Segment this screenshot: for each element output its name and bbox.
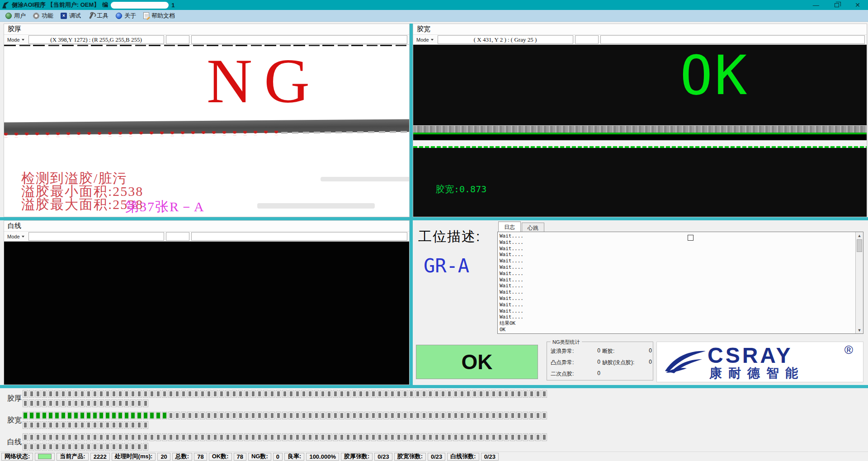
frame-slot bbox=[478, 433, 484, 441]
frame-slot bbox=[67, 399, 72, 407]
frame-slot bbox=[409, 390, 414, 398]
frame-slot bbox=[421, 390, 427, 398]
toolbar-field-wide[interactable] bbox=[191, 232, 407, 241]
frame-slot bbox=[409, 433, 414, 441]
frame-slot bbox=[491, 412, 496, 419]
frame-slot bbox=[156, 433, 161, 441]
frame-slot bbox=[390, 390, 395, 398]
menu-item-功能[interactable]: 功能 bbox=[30, 10, 58, 21]
scroll-down-icon[interactable]: ▼ bbox=[858, 327, 862, 333]
frame-slot bbox=[244, 433, 250, 441]
frame-slot bbox=[168, 433, 174, 441]
frame-slot bbox=[238, 412, 243, 419]
ng-stat-row: 凸点异常:0 bbox=[551, 359, 600, 366]
frame-slot bbox=[510, 412, 515, 419]
frame-slot bbox=[124, 421, 129, 429]
frame-slot-green bbox=[92, 412, 98, 419]
frame-slot bbox=[516, 433, 522, 441]
frame-slot bbox=[29, 433, 34, 441]
menu-item-用户[interactable]: 用户 bbox=[3, 10, 30, 21]
frame-slot bbox=[149, 390, 155, 398]
mode-dropdown[interactable]: Mode bbox=[5, 232, 27, 241]
frame-slot bbox=[137, 443, 142, 451]
frame-slot bbox=[269, 433, 275, 441]
frame-slot bbox=[447, 390, 452, 398]
frame-slot bbox=[371, 433, 376, 441]
frame-slot bbox=[181, 390, 186, 398]
log-scrollbar[interactable]: ▲ ▼ bbox=[855, 232, 863, 333]
minimize-icon[interactable]: — bbox=[806, 0, 826, 10]
frame-slot bbox=[92, 433, 98, 441]
status-label: 当前产品: bbox=[57, 453, 88, 461]
frame-slot bbox=[67, 421, 72, 429]
frame-slot bbox=[219, 433, 224, 441]
frame-slot bbox=[137, 399, 142, 407]
panel-divider bbox=[0, 217, 868, 220]
frame-slot bbox=[219, 412, 224, 419]
log-tab-心跳[interactable]: 心跳 bbox=[522, 223, 544, 232]
scrollbar-thumb[interactable] bbox=[857, 239, 862, 252]
menu-item-工具[interactable]: 工具 bbox=[85, 10, 113, 21]
toolbar-field-wide[interactable] bbox=[191, 35, 407, 44]
frame-slot bbox=[485, 433, 490, 441]
mode-dropdown[interactable]: Mode bbox=[414, 35, 436, 44]
overall-result-button[interactable]: OK bbox=[416, 345, 538, 379]
mode-dropdown[interactable]: Mode bbox=[5, 35, 27, 44]
frame-slot bbox=[339, 390, 344, 398]
frame-slot bbox=[301, 390, 307, 398]
frame-slot bbox=[276, 390, 281, 398]
frame-slot bbox=[491, 433, 496, 441]
log-line: Wait.... bbox=[500, 295, 854, 302]
toolbar-field-small[interactable] bbox=[166, 232, 189, 241]
frame-slot bbox=[301, 433, 307, 441]
frame-slot bbox=[447, 433, 452, 441]
log-checkbox[interactable] bbox=[688, 235, 693, 241]
log-content[interactable]: Wait....Wait....Wait....Wait....Wait....… bbox=[497, 232, 863, 334]
frame-slot bbox=[42, 390, 47, 398]
restore-icon[interactable] bbox=[826, 0, 847, 10]
frame-slot bbox=[440, 433, 446, 441]
status-label: 网络状态: bbox=[1, 453, 33, 461]
frame-slot bbox=[396, 433, 401, 441]
glue-thickness-toolbar: Mode (X 398,Y 1272) : (R 255,G 255,B 255… bbox=[4, 35, 409, 45]
frame-slot bbox=[238, 433, 243, 441]
log-tab-日志[interactable]: 日志 bbox=[498, 221, 521, 232]
frame-slot bbox=[80, 421, 85, 429]
frame-slot bbox=[149, 433, 155, 441]
indicator-group-胶厚: 胶厚 bbox=[0, 390, 868, 407]
ng-statistics-groupbox: NG类型统计 波浪异常:0凸点异常:0二次点胶:0 断胶:0缺胶(没点胶):0 bbox=[547, 342, 653, 380]
frame-slot bbox=[124, 443, 129, 451]
scroll-up-icon[interactable]: ▲ bbox=[858, 232, 862, 239]
brand-subtitle: 康耐德智能 bbox=[709, 365, 804, 382]
frame-slot bbox=[73, 421, 79, 429]
image-smudge bbox=[321, 177, 409, 181]
ng-stat-row: 缺胶(没点胶):0 bbox=[602, 359, 652, 366]
frame-slot bbox=[542, 390, 547, 398]
menu-item-关于[interactable]: 关于 bbox=[113, 10, 141, 21]
frame-slot bbox=[415, 390, 420, 398]
frame-slot bbox=[295, 433, 300, 441]
frame-slot bbox=[92, 390, 98, 398]
frame-slot-green bbox=[111, 412, 117, 419]
close-icon[interactable]: ✕ bbox=[847, 0, 868, 10]
frame-slot bbox=[99, 433, 104, 441]
frame-slot-green bbox=[156, 412, 161, 419]
frame-slot bbox=[320, 412, 326, 419]
log-line: Wait.... bbox=[500, 233, 854, 239]
frame-slot bbox=[421, 433, 427, 441]
frame-slot bbox=[250, 390, 256, 398]
toolbar-field-wide[interactable] bbox=[600, 35, 865, 44]
frame-slot bbox=[523, 390, 528, 398]
log-line: Wait.... bbox=[500, 283, 854, 289]
frame-slot bbox=[257, 433, 262, 441]
frame-slot bbox=[143, 433, 148, 441]
menu-item-帮助文档[interactable]: 帮助文档 bbox=[141, 10, 179, 21]
toolbar-field-small[interactable] bbox=[166, 35, 189, 44]
frame-slot bbox=[23, 399, 28, 407]
menu-item-调试[interactable]: ×调试 bbox=[58, 10, 85, 21]
frame-slot bbox=[86, 443, 91, 451]
frame-slot bbox=[80, 433, 85, 441]
window-title: 侧涂AOI程序 【当前用户: OEM】 编 1 bbox=[12, 1, 175, 9]
toolbar-field-small[interactable] bbox=[575, 35, 599, 44]
frame-slot bbox=[491, 390, 496, 398]
